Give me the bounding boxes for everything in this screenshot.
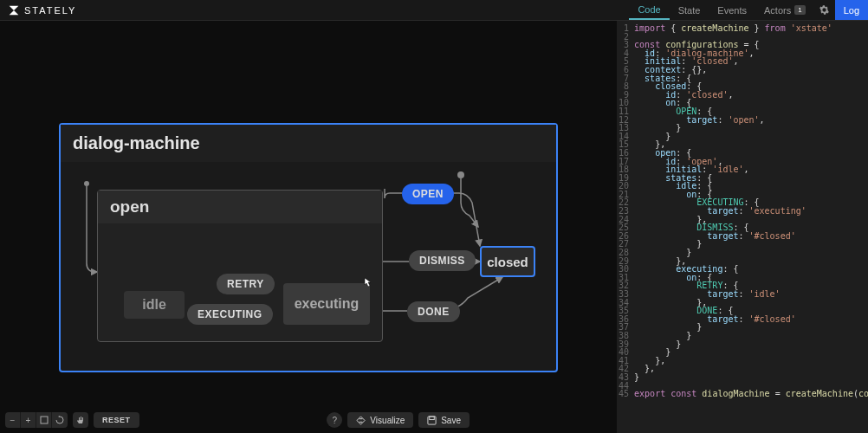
machine-container[interactable]: dialog-machine [59, 123, 558, 372]
visualize-icon [356, 416, 366, 425]
tab-actors[interactable]: Actors 1 [755, 0, 814, 20]
settings-button[interactable] [814, 0, 835, 21]
help-button[interactable]: ? [327, 412, 342, 428]
fit-button[interactable] [36, 412, 52, 428]
refresh-button[interactable] [52, 412, 68, 428]
visualize-button[interactable]: Visualize [347, 412, 413, 428]
hand-tool-button[interactable] [73, 412, 88, 428]
svg-rect-5 [430, 416, 435, 419]
transition-executing[interactable]: EXECUTING [187, 304, 273, 325]
transition-retry[interactable]: RETRY [217, 274, 275, 294]
logo-text: STATELY [24, 5, 76, 16]
state-executing[interactable]: executing [283, 283, 370, 325]
reset-button[interactable]: RESET [94, 412, 139, 428]
transition-dismiss[interactable]: DISMISS [409, 250, 476, 271]
hand-icon [76, 416, 85, 424]
fit-icon [40, 416, 49, 424]
svg-rect-3 [41, 417, 48, 423]
svg-point-0 [457, 171, 464, 178]
svg-rect-4 [428, 416, 436, 423]
code-content[interactable]: import { createMachine } from 'xstate'co… [634, 21, 868, 433]
code-editor[interactable]: 1234567891011121314151617181920212223242… [617, 21, 868, 433]
tab-events[interactable]: Events [709, 0, 755, 20]
line-gutter: 1234567891011121314151617181920212223242… [617, 21, 634, 433]
state-idle[interactable]: idle [124, 291, 185, 319]
login-button[interactable]: Log [835, 0, 868, 20]
gear-icon [819, 4, 830, 16]
save-button[interactable]: Save [418, 412, 470, 428]
state-open-label: open [98, 191, 382, 223]
zoom-out-button[interactable]: − [5, 412, 21, 428]
state-closed[interactable]: closed [480, 246, 535, 277]
logo: STATELY [0, 3, 76, 17]
transition-done[interactable]: DONE [407, 301, 460, 322]
zoom-in-button[interactable]: + [21, 412, 36, 428]
zoom-controls: − + [5, 412, 68, 428]
transition-open[interactable]: OPEN [402, 184, 454, 204]
stately-logo-icon [7, 3, 21, 17]
save-icon [427, 416, 437, 425]
refresh-icon [55, 416, 64, 424]
tab-state[interactable]: State [670, 0, 709, 20]
tab-code[interactable]: Code [629, 0, 669, 20]
machine-title: dialog-machine [61, 125, 556, 162]
svg-point-1 [84, 181, 89, 186]
canvas[interactable]: dialog-machine [0, 21, 617, 433]
actors-badge: 1 [794, 5, 805, 15]
header-tabs: Code State Events Actors 1 [629, 0, 813, 20]
